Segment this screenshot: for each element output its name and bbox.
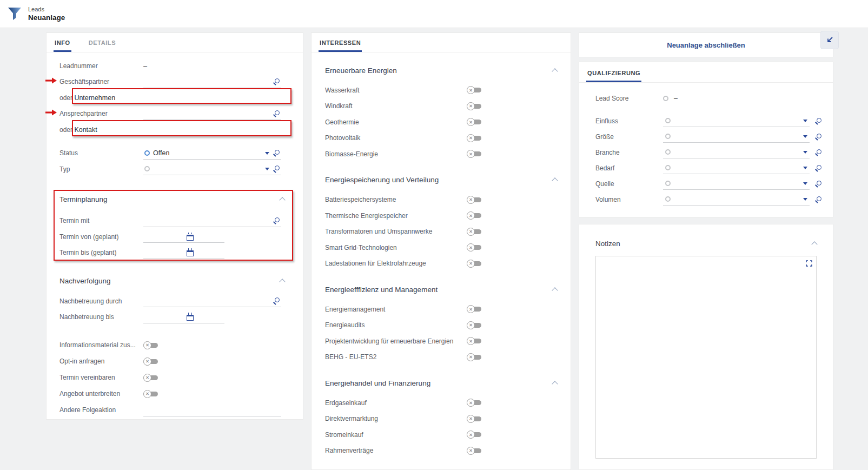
toggle-switch[interactable]	[467, 447, 481, 455]
toggle-switch[interactable]	[467, 102, 481, 110]
interest-label: Ladestationen für Elektrofahrzeuge	[325, 260, 467, 267]
dropdown-caret-icon[interactable]	[803, 182, 807, 187]
dropdown-caret-icon[interactable]	[803, 198, 807, 203]
collapse-chevron-icon[interactable]	[552, 177, 558, 183]
collapse-chevron-icon[interactable]	[279, 279, 285, 284]
termin-von-field[interactable]	[143, 230, 224, 243]
lead-score-circle-icon	[663, 96, 668, 101]
geschaeftspartner-field[interactable]	[143, 76, 281, 88]
notizen-textarea[interactable]	[595, 256, 817, 459]
collapse-chevron-icon[interactable]	[552, 381, 558, 387]
toggle-switch[interactable]	[467, 118, 481, 126]
typ-label: Typ	[59, 166, 143, 173]
qualification-field[interactable]	[663, 130, 810, 143]
interest-row: Direktvermarktung	[325, 411, 560, 427]
toggle-off-x-icon	[143, 358, 151, 366]
search-icon[interactable]	[814, 164, 822, 172]
toggle-switch[interactable]	[143, 374, 158, 382]
qualification-field[interactable]	[663, 162, 810, 174]
qualification-field-label: Einfluss	[595, 117, 663, 125]
tab-info[interactable]: INFO	[54, 39, 71, 52]
interest-label: Batteriespeichersysteme	[325, 196, 467, 203]
search-icon[interactable]	[273, 149, 280, 157]
qualification-field[interactable]	[663, 146, 810, 158]
interest-label: Energieaudits	[325, 321, 467, 329]
qualification-field[interactable]	[663, 177, 810, 190]
search-icon[interactable]	[814, 117, 822, 125]
dropdown-caret-icon[interactable]	[803, 151, 807, 156]
toggle-switch[interactable]	[467, 321, 481, 329]
dropdown-caret-icon[interactable]	[265, 152, 269, 157]
section-title: Erneuerbare Energien	[325, 67, 397, 75]
expand-fullscreen-icon[interactable]	[806, 260, 812, 267]
termin-bis-field[interactable]	[143, 247, 224, 259]
toggle-switch[interactable]	[467, 415, 481, 423]
toggle-track	[474, 355, 481, 360]
toggle-switch[interactable]	[467, 228, 481, 236]
toggle-switch[interactable]	[467, 399, 481, 407]
search-icon[interactable]	[273, 217, 280, 224]
search-icon[interactable]	[273, 297, 280, 304]
toggle-switch[interactable]	[467, 211, 481, 220]
toggle-switch[interactable]	[467, 353, 481, 361]
toggle-switch[interactable]	[467, 243, 481, 251]
interest-label: Rahmenverträge	[325, 447, 467, 454]
toggle-switch[interactable]	[467, 150, 481, 158]
toggle-off-x-icon	[467, 337, 475, 345]
calendar-icon[interactable]	[187, 315, 194, 321]
search-icon[interactable]	[273, 165, 280, 173]
toggle-switch[interactable]	[143, 390, 158, 398]
kontakt-field[interactable]	[143, 123, 281, 136]
dropdown-caret-icon[interactable]	[803, 135, 807, 140]
andere-folgeaktion-field[interactable]	[143, 404, 281, 416]
dropdown-caret-icon[interactable]	[265, 168, 269, 173]
toggle-label: Informationsmaterial zus...	[59, 341, 143, 349]
termin-mit-field[interactable]	[143, 215, 281, 227]
tab-qualifzierung[interactable]: QUALIFZIERUNG	[586, 70, 641, 82]
toggle-switch[interactable]	[467, 260, 481, 268]
collapse-panel-button[interactable]	[820, 31, 839, 49]
qualification-field[interactable]	[663, 193, 810, 206]
section-title: Energieefffizienz und Management	[325, 286, 438, 294]
interest-label: Smart Grid-Technologien	[325, 244, 467, 251]
toggle-switch[interactable]	[467, 431, 481, 439]
toggle-off-x-icon	[143, 341, 151, 349]
tab-interessen[interactable]: INTERESSEN	[319, 39, 362, 52]
typ-field[interactable]	[143, 163, 281, 175]
collapse-chevron-icon[interactable]	[552, 68, 558, 74]
search-icon[interactable]	[814, 196, 822, 203]
toggle-switch[interactable]	[467, 337, 481, 345]
search-icon[interactable]	[814, 149, 822, 156]
interest-row: Ladestationen für Elektrofahrzeuge	[325, 256, 560, 272]
toggle-switch[interactable]	[143, 358, 158, 366]
toggle-track	[150, 359, 158, 364]
toggle-switch[interactable]	[467, 196, 481, 204]
unternehmen-field[interactable]	[143, 91, 281, 104]
toggle-switch[interactable]	[467, 305, 481, 313]
toggle-switch[interactable]	[143, 341, 158, 349]
termin-von-label: Termin von (geplant)	[59, 233, 143, 241]
search-icon[interactable]	[814, 180, 822, 188]
interest-row: Transformatoren und Umspannwerke	[325, 224, 560, 240]
search-icon[interactable]	[814, 133, 822, 141]
nachbetreuung-bis-field[interactable]	[143, 311, 224, 323]
collapse-chevron-icon[interactable]	[552, 287, 558, 293]
toggle-switch[interactable]	[467, 86, 481, 94]
collapse-chevron-icon[interactable]	[279, 197, 285, 203]
qualification-field[interactable]	[663, 115, 810, 127]
dropdown-caret-icon[interactable]	[803, 120, 807, 124]
status-field[interactable]: Offen	[143, 147, 281, 160]
dropdown-caret-icon[interactable]	[803, 167, 807, 171]
toggle-switch[interactable]	[467, 134, 481, 142]
termin-mit-label: Termin mit	[59, 217, 143, 224]
calendar-icon[interactable]	[187, 235, 194, 241]
search-icon[interactable]	[273, 110, 280, 117]
finish-button-label[interactable]: Neuanlage abschließen	[667, 41, 745, 49]
search-icon[interactable]	[273, 78, 280, 85]
collapse-chevron-icon[interactable]	[811, 241, 817, 247]
nachbetreuung-durch-field[interactable]	[143, 295, 281, 307]
calendar-icon[interactable]	[187, 250, 194, 256]
tab-details[interactable]: DETAILS	[88, 39, 117, 52]
finish-action-bar[interactable]: Neuanlage abschließen	[579, 32, 833, 57]
ansprechpartner-field[interactable]	[143, 108, 281, 120]
